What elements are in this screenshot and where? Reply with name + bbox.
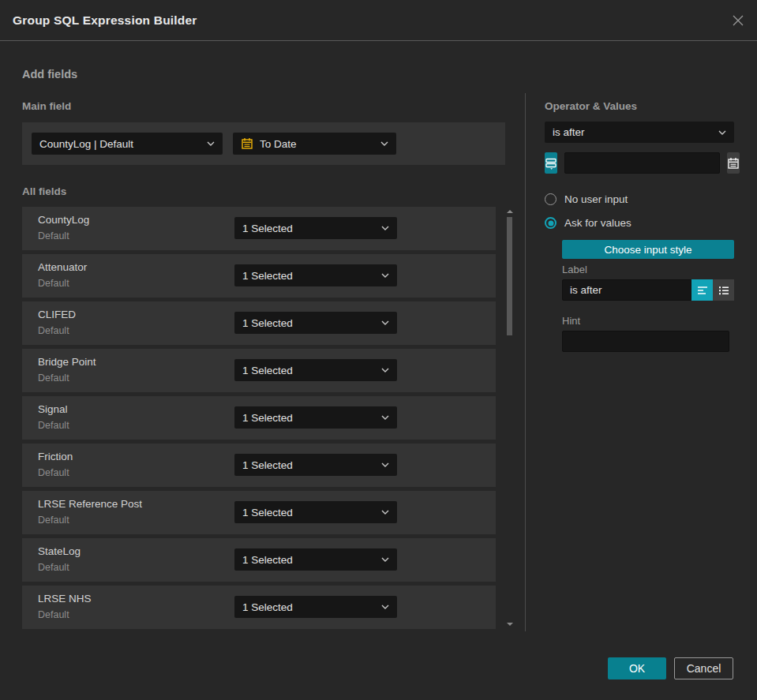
field-name: LRSE Reference Post	[38, 498, 142, 510]
align-left-icon	[696, 284, 709, 297]
scroll-up-arrow-icon[interactable]	[507, 210, 513, 213]
add-fields-heading: Add fields	[22, 68, 77, 80]
field-subtitle: Default	[38, 467, 69, 478]
value-input-row	[545, 152, 734, 174]
field-values-select-value: 1 Selected	[242, 223, 377, 234]
chevron-down-icon	[381, 605, 389, 609]
field-row: Bridge Point Default 1 Selected	[22, 349, 496, 392]
field-values-select[interactable]: 1 Selected	[234, 454, 397, 476]
field-name: LRSE NHS	[38, 593, 92, 605]
field-subtitle: Default	[38, 325, 69, 336]
scroll-down-arrow-icon[interactable]	[507, 623, 513, 626]
field-values-select-value: 1 Selected	[242, 317, 377, 329]
radio-ask-for-values-label: Ask for values	[564, 217, 631, 229]
chevron-down-icon	[381, 415, 389, 420]
chevron-down-icon	[381, 320, 389, 325]
chevron-down-icon	[207, 141, 215, 146]
field-values-select-value: 1 Selected	[242, 554, 377, 566]
field-values-select-value: 1 Selected	[242, 459, 377, 471]
field-subtitle: Default	[38, 278, 69, 289]
operator-select[interactable]: is after	[545, 122, 734, 143]
radio-no-user-input[interactable]: No user input	[545, 193, 628, 205]
field-row: LRSE Reference Post Default 1 Selected	[22, 491, 496, 534]
field-values-select[interactable]: 1 Selected	[234, 548, 397, 571]
field-name: CLIFED	[38, 309, 76, 320]
field-subtitle: Default	[38, 562, 69, 573]
calendar-icon	[241, 137, 253, 150]
operator-select-value: is after	[553, 126, 714, 138]
group-sql-expression-builder-dialog: Group SQL Expression Builder Add fields …	[0, 0, 757, 700]
field-name: Signal	[38, 403, 68, 415]
main-field-panel: CountyLog | Default To Date	[22, 122, 505, 165]
label-field-label: Label	[562, 264, 587, 275]
field-subtitle: Default	[38, 420, 69, 431]
chevron-down-icon	[381, 368, 389, 372]
field-values-select[interactable]: 1 Selected	[234, 406, 397, 429]
all-fields-list: CountyLog Default 1 Selected Attenuator …	[22, 207, 496, 633]
field-subtitle: Default	[38, 372, 69, 384]
field-name: StateLog	[38, 545, 81, 557]
field-name: CountyLog	[38, 214, 89, 226]
field-row: CLIFED Default 1 Selected	[22, 301, 496, 345]
field-row: Attenuator Default 1 Selected	[22, 254, 496, 298]
radio-no-user-input-label: No user input	[564, 193, 628, 205]
field-values-select-value: 1 Selected	[242, 507, 377, 518]
field-row: StateLog Default 1 Selected	[22, 538, 496, 582]
main-field-date-value: To Date	[260, 138, 376, 150]
stacked-values-icon	[545, 157, 557, 170]
field-values-select-value: 1 Selected	[242, 601, 377, 613]
all-fields-label: All fields	[22, 185, 66, 197]
field-values-select[interactable]: 1 Selected	[234, 596, 397, 618]
hint-field-label: Hint	[562, 315, 580, 327]
panel-divider	[525, 93, 526, 631]
field-values-select[interactable]: 1 Selected	[234, 264, 397, 286]
scrollbar-thumb[interactable]	[507, 217, 512, 335]
chevron-down-icon	[381, 557, 389, 562]
field-values-select-value: 1 Selected	[242, 270, 377, 282]
field-name: Attenuator	[38, 261, 87, 273]
main-field-select[interactable]: CountyLog | Default	[32, 133, 223, 155]
chevron-down-icon	[381, 462, 389, 467]
field-row: Friction Default 1 Selected	[22, 444, 496, 487]
chevron-down-icon	[381, 273, 389, 278]
dialog-title: Group SQL Expression Builder	[13, 13, 197, 28]
field-subtitle: Default	[38, 515, 69, 526]
chevron-down-icon	[381, 510, 389, 515]
field-row: CountyLog Default 1 Selected	[22, 207, 496, 250]
radio-circle-icon	[545, 193, 557, 205]
field-values-select-value: 1 Selected	[242, 365, 377, 376]
label-style-list-button[interactable]	[713, 279, 734, 301]
ok-button[interactable]: OK	[608, 657, 666, 679]
label-input[interactable]	[562, 279, 691, 301]
label-style-text-button[interactable]	[691, 279, 713, 301]
chevron-down-icon	[718, 130, 726, 135]
field-values-select[interactable]: 1 Selected	[234, 312, 397, 334]
operator-values-panel: Operator & Values is after	[545, 0, 734, 631]
chevron-down-icon	[380, 141, 388, 146]
list-scrollbar[interactable]	[506, 207, 513, 629]
field-subtitle: Default	[38, 230, 69, 241]
bullet-list-icon	[718, 284, 730, 297]
field-values-select[interactable]: 1 Selected	[234, 501, 397, 523]
radio-selected-icon	[545, 217, 557, 229]
field-name: Bridge Point	[38, 356, 96, 368]
field-row: Signal Default 1 Selected	[22, 396, 496, 440]
main-field-label: Main field	[22, 100, 71, 112]
operator-values-heading: Operator & Values	[545, 100, 637, 112]
value-source-toggle-button[interactable]	[545, 152, 557, 174]
main-field-select-value: CountyLog | Default	[39, 138, 202, 150]
field-values-select[interactable]: 1 Selected	[234, 217, 397, 239]
choose-input-style-button[interactable]: Choose input style	[562, 240, 734, 259]
label-input-row	[562, 279, 734, 301]
field-subtitle: Default	[38, 609, 69, 620]
main-field-date-select[interactable]: To Date	[233, 133, 396, 155]
value-calendar-button[interactable]	[727, 152, 740, 174]
field-name: Friction	[38, 451, 73, 462]
value-input[interactable]	[564, 152, 720, 174]
cancel-button[interactable]: Cancel	[674, 657, 733, 679]
field-row: LRSE NHS Default 1 Selected	[22, 586, 496, 629]
field-values-select[interactable]: 1 Selected	[234, 359, 397, 381]
chevron-down-icon	[381, 226, 389, 230]
hint-input[interactable]	[562, 331, 729, 352]
radio-ask-for-values[interactable]: Ask for values	[545, 217, 631, 229]
